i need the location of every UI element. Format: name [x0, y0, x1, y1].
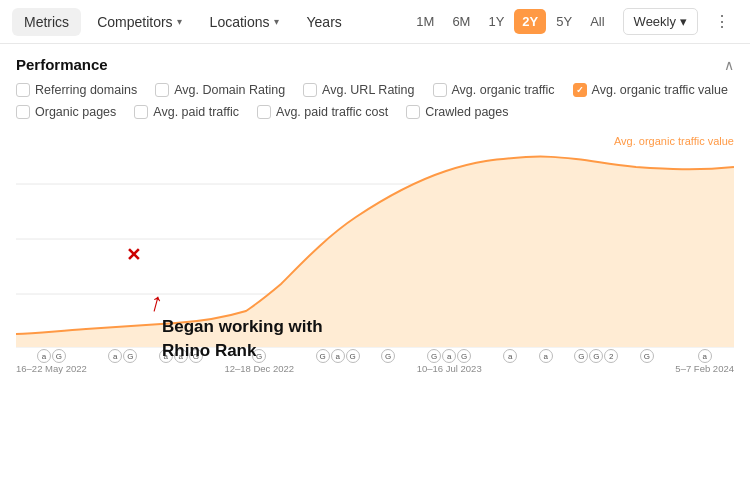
checkbox-referring-domains[interactable]	[16, 83, 30, 97]
g1-icon: G	[427, 349, 441, 363]
checkbox-avg-organic-traffic[interactable]	[433, 83, 447, 97]
time-btn-6m[interactable]: 6M	[444, 9, 478, 34]
g-icon: G	[52, 349, 66, 363]
metric-organic-pages[interactable]: Organic pages	[16, 105, 116, 119]
x-marker-1: a G 16–22 May 2022	[16, 349, 87, 374]
performance-section-header: Performance ∧	[0, 44, 750, 81]
g2-icon: G	[457, 349, 471, 363]
metric-crawled-pages[interactable]: Crawled pages	[406, 105, 508, 119]
x-axis: a G 16–22 May 2022 a G a a G G	[16, 349, 734, 374]
metric-avg-paid-traffic-cost[interactable]: Avg. paid traffic cost	[257, 105, 388, 119]
checkbox-crawled-pages[interactable]	[406, 105, 420, 119]
performance-title: Performance	[16, 56, 108, 73]
x-marker-2: a G	[108, 349, 137, 374]
tab-locations[interactable]: Locations ▾	[198, 8, 291, 36]
chart-area: Avg. organic traffic value a G 16–22 May…	[0, 129, 750, 399]
time-btn-1m[interactable]: 1M	[408, 9, 442, 34]
x-mark: ✕	[126, 244, 141, 266]
g2-icon: G	[589, 349, 603, 363]
ga-icon: a	[539, 349, 553, 363]
metric-avg-domain-rating[interactable]: Avg. Domain Rating	[155, 83, 285, 97]
main-nav: Metrics Competitors ▾ Locations ▾ Years …	[0, 0, 750, 44]
chevron-down-icon: ▾	[177, 16, 182, 27]
tab-competitors[interactable]: Competitors ▾	[85, 8, 193, 36]
g2-icon: G	[346, 349, 360, 363]
g-icon: G	[123, 349, 137, 363]
checkbox-avg-url-rating[interactable]	[303, 83, 317, 97]
ga-icon: a	[331, 349, 345, 363]
x-marker-11: G	[640, 349, 654, 374]
num2-icon: 2	[604, 349, 618, 363]
annotation-line2: Rhino Rank	[162, 341, 256, 361]
metric-avg-organic-traffic[interactable]: Avg. organic traffic	[433, 83, 555, 97]
weekly-dropdown[interactable]: Weekly ▾	[623, 8, 698, 35]
annotation-line1: Began working with	[162, 317, 323, 337]
metric-referring-domains[interactable]: Referring domains	[16, 83, 137, 97]
metric-avg-url-rating[interactable]: Avg. URL Rating	[303, 83, 414, 97]
ga-icon: a	[698, 349, 712, 363]
tab-years[interactable]: Years	[295, 8, 354, 36]
x-marker-7: G a G 10–16 Jul 2023	[417, 349, 482, 374]
more-options-button[interactable]: ⋮	[706, 8, 738, 35]
time-btn-5y[interactable]: 5Y	[548, 9, 580, 34]
collapse-button[interactable]: ∧	[724, 57, 734, 73]
x-marker-6: G	[381, 349, 395, 374]
x-marker-9: a	[539, 349, 553, 374]
chevron-down-icon: ▾	[680, 14, 687, 29]
g1-icon: G	[316, 349, 330, 363]
x-marker-12: a 5–7 Feb 2024	[675, 349, 734, 374]
ga-icon: a	[37, 349, 51, 363]
performance-chart	[16, 129, 734, 349]
ga-icon: a	[503, 349, 517, 363]
ga-icon: a	[108, 349, 122, 363]
x-marker-10: G G 2	[574, 349, 618, 374]
time-range-controls: 1M 6M 1Y 2Y 5Y All	[408, 9, 612, 34]
time-btn-2y[interactable]: 2Y	[514, 9, 546, 34]
checkbox-avg-domain-rating[interactable]	[155, 83, 169, 97]
checkbox-avg-paid-traffic-cost[interactable]	[257, 105, 271, 119]
chevron-down-icon: ▾	[274, 16, 279, 27]
time-btn-1y[interactable]: 1Y	[480, 9, 512, 34]
metric-avg-organic-traffic-value[interactable]: Avg. organic traffic value	[573, 83, 728, 97]
g1-icon: G	[574, 349, 588, 363]
time-btn-all[interactable]: All	[582, 9, 612, 34]
ga-icon: a	[442, 349, 456, 363]
x-marker-8: a	[503, 349, 517, 374]
g-icon: G	[640, 349, 654, 363]
checkbox-organic-pages[interactable]	[16, 105, 30, 119]
chart-line-label: Avg. organic traffic value	[614, 135, 734, 147]
metrics-row-2: Organic pages Avg. paid traffic Avg. pai…	[0, 103, 750, 121]
metric-avg-paid-traffic[interactable]: Avg. paid traffic	[134, 105, 239, 119]
checkbox-avg-organic-traffic-value[interactable]	[573, 83, 587, 97]
tab-metrics[interactable]: Metrics	[12, 8, 81, 36]
x-marker-5: G a G	[316, 349, 360, 374]
checkbox-avg-paid-traffic[interactable]	[134, 105, 148, 119]
g-icon: G	[381, 349, 395, 363]
metrics-row-1: Referring domains Avg. Domain Rating Avg…	[0, 81, 750, 99]
